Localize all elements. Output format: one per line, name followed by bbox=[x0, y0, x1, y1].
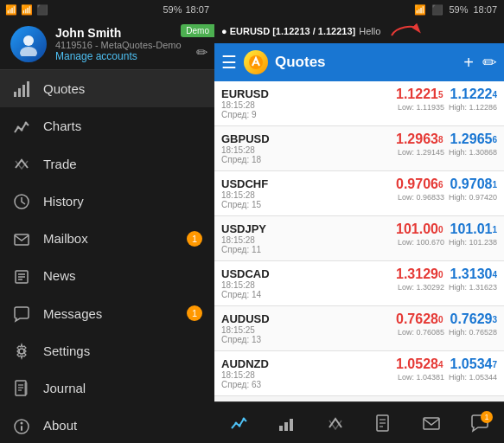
journal-icon bbox=[12, 379, 31, 397]
right-panel: 📶 ⬛ 59% 18:07 ● EURUSD [1.12213 / 1.1221… bbox=[214, 0, 504, 443]
quote-time: 18:15:25 bbox=[221, 325, 376, 335]
quote-row[interactable]: GBPUSD 18:15:28 Спред: 18 1.29638 1.2965… bbox=[214, 126, 504, 171]
bid-sup: 0 bbox=[438, 271, 443, 279]
quote-info: EURUSD 18:15:28 Спред: 9 bbox=[221, 87, 376, 119]
mailbox-icon bbox=[12, 229, 31, 247]
battery-right: 59% bbox=[449, 4, 468, 15]
svg-point-15 bbox=[19, 349, 24, 354]
svg-rect-4 bbox=[22, 85, 25, 97]
header-actions: + ✏ bbox=[463, 52, 497, 73]
bottom-nav-history[interactable] bbox=[373, 413, 392, 433]
manage-accounts-link[interactable]: Manage accounts bbox=[55, 50, 204, 62]
signal-icon-2: 📶 bbox=[21, 4, 33, 16]
avatar bbox=[10, 26, 47, 62]
sidebar-item-quotes[interactable]: Quotes bbox=[0, 70, 214, 107]
ticker-bar: ● EURUSD [1.12213 / 1.12213] Hello bbox=[214, 19, 504, 43]
battery-level: 59% bbox=[163, 4, 182, 15]
status-bar-left: 📶 📶 ⬛ 59% 18:07 bbox=[0, 0, 214, 19]
svg-rect-10 bbox=[15, 234, 29, 245]
bottom-nav-charts[interactable] bbox=[278, 413, 297, 433]
signal-icon-right: 📶 bbox=[414, 4, 426, 16]
about-label: About bbox=[43, 418, 77, 433]
sidebar-item-news[interactable]: News bbox=[0, 257, 214, 294]
svg-point-7 bbox=[21, 128, 23, 131]
settings-label: Settings bbox=[43, 343, 90, 358]
quote-row[interactable]: EURUSD 18:15:28 Спред: 9 1.12215 1.12224… bbox=[214, 81, 504, 126]
bottom-nav-quotes[interactable] bbox=[229, 413, 248, 433]
sidebar-item-trade[interactable]: Trade bbox=[0, 145, 214, 183]
bid-main: 1.0528 bbox=[396, 357, 438, 371]
bid-sup: 5 bbox=[438, 91, 443, 100]
bid-main: 0.9706 bbox=[396, 177, 438, 191]
svg-point-28 bbox=[238, 425, 240, 427]
svg-rect-2 bbox=[14, 92, 16, 97]
ask-sup: 4 bbox=[492, 91, 497, 100]
bottom-nav-mailbox[interactable] bbox=[422, 413, 441, 433]
ask-price: 1.12224 bbox=[450, 87, 498, 101]
history-icon bbox=[12, 192, 31, 210]
bid-block: 0.97066 bbox=[396, 177, 443, 191]
bid-price: 1.12215 bbox=[396, 87, 443, 101]
mailbox-label: Mailbox bbox=[43, 231, 88, 246]
sidebar-item-mailbox[interactable]: Mailbox 1 bbox=[0, 220, 214, 257]
svg-rect-32 bbox=[290, 419, 293, 431]
bid-main: 1.2963 bbox=[396, 132, 438, 146]
quote-row[interactable]: AUDNZD 18:15:28 Спред: 63 1.05284 1.0534… bbox=[214, 351, 504, 396]
quote-spread: Спред: 14 bbox=[221, 290, 376, 299]
ask-block: 1.31304 bbox=[450, 267, 498, 281]
bottom-nav-messages[interactable]: 1 bbox=[470, 413, 489, 433]
quote-pair: AUDNZD bbox=[221, 357, 376, 370]
bottom-mailbox-icon bbox=[422, 413, 441, 433]
sidebar-item-journal[interactable]: Journal bbox=[0, 369, 214, 407]
ask-sup: 1 bbox=[492, 181, 497, 189]
bottom-nav: 1 bbox=[214, 401, 504, 443]
quote-prices: 101.000 101.011 Low: 100.670 High: 101.2… bbox=[376, 222, 497, 247]
bid-sup: 4 bbox=[438, 361, 443, 369]
quote-row[interactable]: AUDUSD 18:15:25 Спред: 13 0.76280 0.7629… bbox=[214, 306, 504, 351]
quote-row[interactable]: USDJPY 18:15:28 Спред: 11 101.000 101.01… bbox=[214, 216, 504, 261]
quote-pair: AUDUSD bbox=[221, 312, 376, 325]
quote-spread: Спред: 18 bbox=[221, 155, 376, 164]
quote-row[interactable]: USDCHF 18:15:28 Спред: 15 0.97066 0.9708… bbox=[214, 171, 504, 216]
quote-row[interactable]: USDCAD 18:15:28 Спред: 14 1.31290 1.3130… bbox=[214, 261, 504, 306]
quote-info: GBPUSD 18:15:28 Спред: 18 bbox=[221, 132, 376, 164]
ask-sup: 4 bbox=[492, 271, 497, 279]
edit-icon[interactable]: ✏ bbox=[482, 52, 497, 73]
sidebar-item-about[interactable]: About bbox=[0, 407, 214, 443]
time-right: 18:07 bbox=[473, 4, 497, 15]
svg-rect-5 bbox=[27, 81, 29, 97]
quote-low-high: Low: 1.29145 High: 1.30868 bbox=[398, 148, 497, 157]
quote-spread: Спред: 63 bbox=[221, 380, 376, 389]
bid-price: 0.97066 bbox=[396, 177, 443, 191]
quote-pair: GBPUSD bbox=[221, 132, 376, 145]
quote-time: 18:15:28 bbox=[221, 235, 376, 245]
add-icon[interactable]: + bbox=[463, 53, 474, 73]
quote-bid-ask: 0.97066 0.97081 bbox=[396, 177, 497, 191]
bid-main: 1.3129 bbox=[396, 267, 438, 281]
quote-low-high: Low: 0.96833 High: 0.97420 bbox=[398, 193, 497, 202]
ask-main: 0.9708 bbox=[450, 177, 493, 191]
quote-prices: 1.31290 1.31304 Low: 1.30292 High: 1.316… bbox=[376, 267, 497, 292]
sidebar-item-charts[interactable]: Charts bbox=[0, 107, 214, 144]
quotes-list: EURUSD 18:15:28 Спред: 9 1.12215 1.12224… bbox=[214, 81, 504, 401]
messages-badge: 1 bbox=[187, 305, 202, 321]
edit-profile-icon[interactable]: ✏ bbox=[196, 44, 207, 61]
bottom-trade-icon bbox=[326, 413, 345, 433]
wifi-icon-right: ⬛ bbox=[431, 4, 443, 16]
sidebar-item-history[interactable]: History bbox=[0, 183, 214, 220]
svg-rect-37 bbox=[424, 418, 439, 429]
bid-block: 1.31290 bbox=[396, 267, 443, 281]
bid-main: 0.7628 bbox=[396, 312, 438, 326]
ask-main: 101.01 bbox=[450, 222, 493, 236]
bid-price: 1.29638 bbox=[396, 132, 443, 146]
bid-sup: 0 bbox=[438, 316, 443, 324]
hamburger-icon[interactable]: ☰ bbox=[221, 52, 237, 73]
quote-time: 18:15:28 bbox=[221, 370, 376, 380]
news-icon bbox=[12, 266, 31, 285]
bottom-nav-trade[interactable] bbox=[326, 413, 345, 433]
right-header: ☰ Quotes + ✏ bbox=[214, 43, 504, 81]
sidebar-item-messages[interactable]: Messages 1 bbox=[0, 295, 214, 332]
svg-point-29 bbox=[242, 418, 245, 421]
sidebar-item-settings[interactable]: Settings bbox=[0, 332, 214, 369]
quote-info: USDCHF 18:15:28 Спред: 15 bbox=[221, 177, 376, 209]
